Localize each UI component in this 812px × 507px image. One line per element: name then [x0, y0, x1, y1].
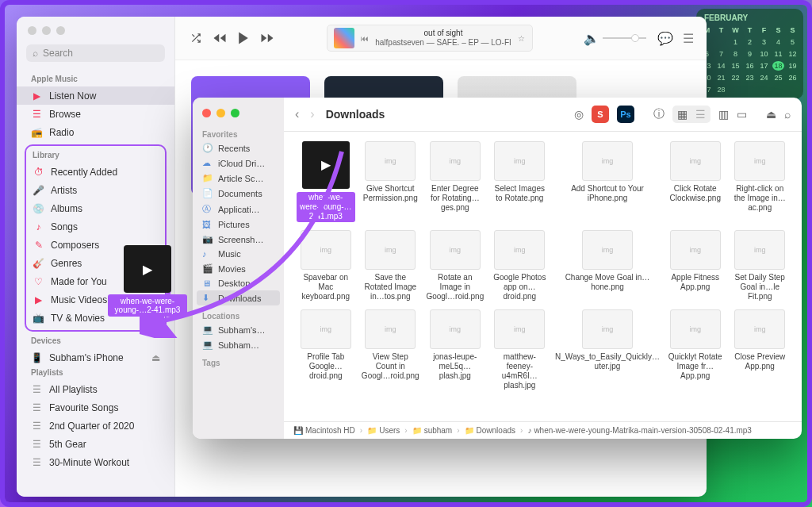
- finder-sidebar-item[interactable]: 📄Documents: [193, 186, 284, 201]
- finder-sidebar-item[interactable]: 🖥Desktop: [193, 276, 284, 290]
- file-thumbnail: img: [582, 309, 633, 349]
- file-item[interactable]: imgView Step Count in Googl…roid.png: [362, 309, 420, 390]
- sidebar-section-devices: Devices: [17, 335, 174, 348]
- finder-path-bar[interactable]: 💾Macintosh HD›📁Users›📁subham›📁Downloads›…: [284, 421, 802, 439]
- sidebar-item[interactable]: ☰2nd Quarter of 2020: [17, 417, 174, 435]
- path-segment[interactable]: 📁Downloads: [465, 426, 515, 435]
- playlist-icon: ☰: [31, 401, 43, 413]
- finder-sidebar-item[interactable]: 🖼Pictures: [193, 217, 284, 232]
- file-item[interactable]: imgRight-click on the Image in…ac.png: [730, 141, 789, 222]
- volume-slider[interactable]: 🔈: [584, 31, 646, 46]
- next-button[interactable]: [259, 30, 275, 46]
- finder-traffic-lights[interactable]: [193, 106, 284, 129]
- file-item[interactable]: imgGoogle Photos app on…droid.png: [491, 230, 550, 302]
- file-item[interactable]: imgClick Rotate Clockwise.png: [666, 141, 725, 222]
- finder-sidebar-item[interactable]: ☁iCloud Dri…: [193, 156, 284, 171]
- queue-button[interactable]: ☰: [683, 31, 694, 46]
- path-label: when-we-were-young-Matrika-main-version-…: [534, 426, 752, 435]
- lyrics-button[interactable]: 💬: [657, 31, 673, 46]
- sidebar-item[interactable]: 💿Albums: [26, 199, 165, 217]
- file-item[interactable]: imgN_Ways_to_Easily_Quickly…uter.jpg: [555, 309, 660, 390]
- finder-sidebar-item[interactable]: ⬇Downloads: [197, 290, 280, 305]
- photoshop-icon[interactable]: Ps: [617, 106, 634, 123]
- minimize-icon[interactable]: [216, 109, 225, 117]
- sidebar-item-label: Subham…: [218, 340, 259, 350]
- app-icon[interactable]: S: [592, 106, 609, 123]
- finder-toolbar: ‹ › Downloads ◎ S Ps ⓘ ▦ ☰ ▥ ▭ ⏏ ⌕: [284, 98, 802, 132]
- file-thumbnail: img: [494, 309, 545, 349]
- finder-sidebar-item[interactable]: 💻Subham…: [193, 337, 284, 352]
- close-icon[interactable]: [202, 109, 211, 117]
- finder-sidebar-item[interactable]: ⒶApplicati…: [193, 201, 284, 217]
- sidebar-item[interactable]: ☰30-Minute Workout: [17, 453, 174, 471]
- maximize-icon[interactable]: [56, 26, 65, 35]
- sidebar-item[interactable]: 📻Radio: [17, 123, 174, 141]
- file-item[interactable]: imgQuicklyt Rotate Image fr…App.png: [666, 309, 725, 390]
- file-item[interactable]: imgSave the Rotated Image in…tos.png: [362, 230, 420, 302]
- file-item[interactable]: imgProfile Tab Google…droid.png: [297, 309, 355, 390]
- eject-icon[interactable]: ⏏: [151, 352, 160, 363]
- path-segment[interactable]: ♪when-we-were-young-Matrika-main-version…: [527, 426, 752, 435]
- sidebar-item[interactable]: ☰5th Gear: [17, 435, 174, 453]
- file-item[interactable]: imgAdd Shortcut to Your iPhone.png: [555, 141, 660, 222]
- share-icon[interactable]: ⏏: [766, 108, 776, 121]
- sidebar-item[interactable]: ☰All Playlists: [17, 380, 174, 398]
- back-button[interactable]: ‹: [295, 107, 299, 121]
- info-icon[interactable]: ⓘ: [653, 107, 665, 121]
- file-item[interactable]: imgChange Move Goal in…hone.png: [555, 230, 660, 302]
- path-segment[interactable]: 💾Macintosh HD: [293, 426, 355, 435]
- minimize-icon[interactable]: [42, 26, 51, 35]
- file-item[interactable]: imgGive Shortcut Permission.png: [362, 141, 420, 222]
- file-item[interactable]: imgSpavebar on Mac keyboard.png: [297, 230, 355, 302]
- airdrop-icon[interactable]: ◎: [574, 108, 584, 121]
- icon-view-button[interactable]: ▦: [677, 108, 688, 121]
- file-thumbnail: img: [365, 309, 416, 349]
- gallery-view-button[interactable]: ▭: [737, 108, 747, 121]
- sidebar-item-label: Article Sc…: [218, 174, 263, 183]
- file-item[interactable]: imgEnter Degree for Rotating…ges.png: [426, 141, 485, 222]
- maximize-icon[interactable]: [231, 109, 239, 117]
- file-item[interactable]: imgApple Fitness App.png: [666, 230, 725, 302]
- finder-title: Downloads: [326, 108, 385, 121]
- file-item[interactable]: imgjonas-leupe-meL5q…plash.jpg: [426, 309, 485, 390]
- sidebar-item-label: iCloud Dri…: [218, 159, 265, 168]
- column-view-button[interactable]: ▥: [718, 108, 729, 121]
- previous-track-icon[interactable]: ⏮: [361, 34, 369, 43]
- sidebar-item-label: Songs: [51, 221, 78, 232]
- sidebar-item[interactable]: ☰Browse: [17, 105, 174, 123]
- finder-sidebar-item[interactable]: 📷Screensh…: [193, 232, 284, 247]
- sidebar-item[interactable]: ♪Songs: [26, 217, 165, 236]
- playlist-icon: ☰: [31, 383, 43, 395]
- now-playing[interactable]: ⏮ out of sight halfpastseven — SAFE. – E…: [327, 25, 533, 52]
- finder-sidebar-item[interactable]: 🎬Movies: [193, 261, 284, 276]
- close-icon[interactable]: [28, 26, 36, 35]
- file-item[interactable]: imgmatthew-feeney-u4mR6I…plash.jpg: [491, 309, 550, 390]
- sidebar-item[interactable]: ☰Favourite Songs: [17, 398, 174, 417]
- file-item[interactable]: ▶when-we-were-young-…2-41.mp3: [297, 141, 355, 222]
- sidebar-item[interactable]: ▶Listen Now: [17, 86, 174, 105]
- play-button[interactable]: [236, 30, 251, 46]
- device-icon: 💻: [202, 325, 213, 335]
- file-item[interactable]: imgRotate an Image in Googl…roid.png: [426, 230, 485, 302]
- finder-sidebar-item[interactable]: 🕐Recents: [193, 140, 284, 156]
- file-item[interactable]: imgSelect Images to Rotate.png: [491, 141, 550, 222]
- search-icon[interactable]: ⌕: [784, 108, 791, 121]
- sidebar-item[interactable]: 📱Subham's iPhone⏏: [17, 348, 174, 367]
- file-item[interactable]: imgSet Daily Step Goal in…le Fit.png: [730, 230, 789, 302]
- sidebar-item[interactable]: ⏱Recently Added: [26, 163, 165, 181]
- path-segment[interactable]: 📁Users: [367, 426, 400, 435]
- finder-sidebar-item[interactable]: ♪Music: [193, 247, 284, 261]
- finder-sidebar-item[interactable]: 💻Subham's…: [193, 322, 284, 337]
- search-input[interactable]: ⌕ Search: [26, 44, 165, 62]
- path-segment[interactable]: 📁subham: [412, 426, 453, 435]
- folder-icon: 📷: [202, 234, 213, 244]
- list-view-button[interactable]: ☰: [695, 108, 706, 121]
- music-traffic-lights[interactable]: [17, 26, 174, 44]
- star-icon[interactable]: ☆: [518, 34, 525, 43]
- previous-button[interactable]: [212, 30, 228, 46]
- finder-sidebar-item[interactable]: 📁Article Sc…: [193, 171, 284, 186]
- forward-button[interactable]: ›: [310, 107, 314, 121]
- sidebar-item[interactable]: 🎤Artists: [26, 181, 165, 199]
- file-item[interactable]: imgClose Preview App.png: [730, 309, 789, 390]
- shuffle-button[interactable]: [188, 30, 204, 46]
